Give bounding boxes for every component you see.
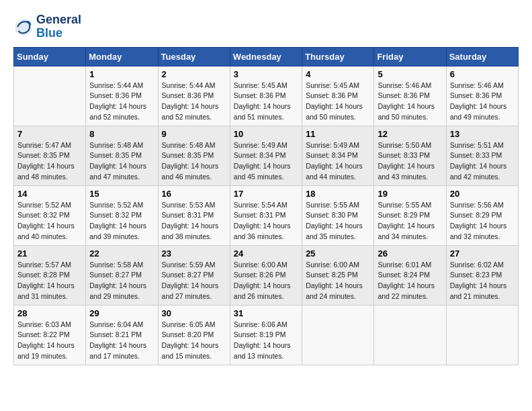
day-number: 28 <box>17 308 82 318</box>
weekday-header-monday: Monday <box>86 47 158 66</box>
day-number: 12 <box>378 129 442 139</box>
day-number: 17 <box>234 189 298 199</box>
day-number: 15 <box>89 189 154 199</box>
calendar-week-4: 21Sunrise: 5:57 AM Sunset: 8:28 PM Dayli… <box>14 245 519 305</box>
day-info: Sunrise: 5:52 AM Sunset: 8:32 PM Dayligh… <box>89 200 154 242</box>
day-number: 18 <box>306 189 370 199</box>
day-info: Sunrise: 6:04 AM Sunset: 8:21 PM Dayligh… <box>89 320 154 362</box>
calendar-cell: 30Sunrise: 6:05 AM Sunset: 8:20 PM Dayli… <box>158 305 230 365</box>
calendar-cell: 21Sunrise: 5:57 AM Sunset: 8:28 PM Dayli… <box>14 245 86 305</box>
weekday-header-friday: Friday <box>374 47 446 66</box>
calendar-cell: 6Sunrise: 5:46 AM Sunset: 8:36 PM Daylig… <box>446 66 518 126</box>
calendar-cell: 10Sunrise: 5:49 AM Sunset: 8:34 PM Dayli… <box>230 126 302 185</box>
day-info: Sunrise: 6:06 AM Sunset: 8:19 PM Dayligh… <box>234 320 298 362</box>
weekday-header-thursday: Thursday <box>302 47 374 66</box>
calendar-week-1: 1Sunrise: 5:44 AM Sunset: 8:36 PM Daylig… <box>14 66 519 126</box>
calendar-cell: 3Sunrise: 5:45 AM Sunset: 8:36 PM Daylig… <box>230 66 302 126</box>
calendar-cell: 31Sunrise: 6:06 AM Sunset: 8:19 PM Dayli… <box>230 305 302 365</box>
day-number: 25 <box>306 248 370 259</box>
calendar-cell: 24Sunrise: 6:00 AM Sunset: 8:26 PM Dayli… <box>230 245 302 305</box>
day-info: Sunrise: 5:46 AM Sunset: 8:36 PM Dayligh… <box>450 81 515 123</box>
day-number: 20 <box>450 189 515 199</box>
calendar-cell: 9Sunrise: 5:48 AM Sunset: 8:35 PM Daylig… <box>158 126 230 185</box>
calendar-cell <box>302 305 374 365</box>
calendar-cell: 2Sunrise: 5:44 AM Sunset: 8:36 PM Daylig… <box>158 66 230 126</box>
day-number: 26 <box>378 248 442 259</box>
logo-text: General Blue <box>36 13 81 40</box>
day-number: 21 <box>17 248 82 259</box>
day-number: 3 <box>234 69 298 79</box>
calendar-cell: 7Sunrise: 5:47 AM Sunset: 8:35 PM Daylig… <box>14 126 86 185</box>
day-number: 24 <box>234 248 298 259</box>
calendar-cell: 5Sunrise: 5:46 AM Sunset: 8:36 PM Daylig… <box>374 66 446 126</box>
calendar-cell <box>14 66 86 126</box>
calendar-cell: 27Sunrise: 6:02 AM Sunset: 8:23 PM Dayli… <box>446 245 518 305</box>
day-info: Sunrise: 5:59 AM Sunset: 8:27 PM Dayligh… <box>162 260 226 302</box>
calendar-cell: 26Sunrise: 6:01 AM Sunset: 8:24 PM Dayli… <box>374 245 446 305</box>
calendar-cell: 15Sunrise: 5:52 AM Sunset: 8:32 PM Dayli… <box>86 185 158 245</box>
calendar-week-3: 14Sunrise: 5:52 AM Sunset: 8:32 PM Dayli… <box>14 185 519 245</box>
day-info: Sunrise: 5:54 AM Sunset: 8:31 PM Dayligh… <box>234 200 298 242</box>
day-number: 27 <box>450 248 515 259</box>
day-number: 22 <box>89 248 154 259</box>
calendar-cell: 23Sunrise: 5:59 AM Sunset: 8:27 PM Dayli… <box>158 245 230 305</box>
day-number: 10 <box>234 129 298 139</box>
day-number: 19 <box>378 189 442 199</box>
calendar-cell: 22Sunrise: 5:58 AM Sunset: 8:27 PM Dayli… <box>86 245 158 305</box>
weekday-header-row: SundayMondayTuesdayWednesdayThursdayFrid… <box>14 47 519 66</box>
day-number: 6 <box>450 69 515 79</box>
day-info: Sunrise: 6:05 AM Sunset: 8:20 PM Dayligh… <box>162 320 226 362</box>
day-number: 5 <box>378 69 442 79</box>
calendar-cell: 20Sunrise: 5:56 AM Sunset: 8:29 PM Dayli… <box>446 185 518 245</box>
calendar-cell: 4Sunrise: 5:45 AM Sunset: 8:36 PM Daylig… <box>302 66 374 126</box>
day-number: 4 <box>306 69 370 79</box>
calendar-cell: 11Sunrise: 5:49 AM Sunset: 8:34 PM Dayli… <box>302 126 374 185</box>
logo-icon <box>13 17 34 37</box>
day-number: 31 <box>234 308 298 318</box>
day-info: Sunrise: 5:55 AM Sunset: 8:30 PM Dayligh… <box>306 200 370 242</box>
day-number: 1 <box>89 69 154 79</box>
day-info: Sunrise: 5:47 AM Sunset: 8:35 PM Dayligh… <box>17 140 82 183</box>
day-info: Sunrise: 5:50 AM Sunset: 8:33 PM Dayligh… <box>378 140 442 183</box>
day-info: Sunrise: 6:01 AM Sunset: 8:24 PM Dayligh… <box>378 260 442 302</box>
calendar-cell: 14Sunrise: 5:52 AM Sunset: 8:32 PM Dayli… <box>14 185 86 245</box>
day-number: 7 <box>17 129 82 139</box>
day-number: 11 <box>306 129 370 139</box>
day-info: Sunrise: 5:48 AM Sunset: 8:35 PM Dayligh… <box>89 140 154 183</box>
logo: General Blue <box>13 13 81 40</box>
day-info: Sunrise: 5:45 AM Sunset: 8:36 PM Dayligh… <box>234 81 298 123</box>
day-info: Sunrise: 5:48 AM Sunset: 8:35 PM Dayligh… <box>162 140 226 183</box>
calendar-week-5: 28Sunrise: 6:03 AM Sunset: 8:22 PM Dayli… <box>14 305 519 365</box>
calendar-cell: 12Sunrise: 5:50 AM Sunset: 8:33 PM Dayli… <box>374 126 446 185</box>
calendar-cell: 17Sunrise: 5:54 AM Sunset: 8:31 PM Dayli… <box>230 185 302 245</box>
calendar-cell: 18Sunrise: 5:55 AM Sunset: 8:30 PM Dayli… <box>302 185 374 245</box>
weekday-header-saturday: Saturday <box>446 47 518 66</box>
weekday-header-tuesday: Tuesday <box>158 47 230 66</box>
day-number: 30 <box>162 308 226 318</box>
day-info: Sunrise: 6:00 AM Sunset: 8:26 PM Dayligh… <box>234 260 298 302</box>
calendar-week-2: 7Sunrise: 5:47 AM Sunset: 8:35 PM Daylig… <box>14 126 519 185</box>
day-info: Sunrise: 6:00 AM Sunset: 8:25 PM Dayligh… <box>306 260 370 302</box>
day-number: 16 <box>162 189 226 199</box>
day-info: Sunrise: 5:44 AM Sunset: 8:36 PM Dayligh… <box>89 81 154 123</box>
day-info: Sunrise: 5:46 AM Sunset: 8:36 PM Dayligh… <box>378 81 442 123</box>
day-info: Sunrise: 5:49 AM Sunset: 8:34 PM Dayligh… <box>234 140 298 183</box>
day-info: Sunrise: 5:58 AM Sunset: 8:27 PM Dayligh… <box>89 260 154 302</box>
day-number: 2 <box>162 69 226 79</box>
calendar-cell: 25Sunrise: 6:00 AM Sunset: 8:25 PM Dayli… <box>302 245 374 305</box>
day-info: Sunrise: 5:53 AM Sunset: 8:31 PM Dayligh… <box>162 200 226 242</box>
page-header: General Blue <box>13 13 519 40</box>
day-info: Sunrise: 5:56 AM Sunset: 8:29 PM Dayligh… <box>450 200 515 242</box>
calendar-cell: 13Sunrise: 5:51 AM Sunset: 8:33 PM Dayli… <box>446 126 518 185</box>
day-number: 13 <box>450 129 515 139</box>
calendar-cell: 16Sunrise: 5:53 AM Sunset: 8:31 PM Dayli… <box>158 185 230 245</box>
day-info: Sunrise: 6:02 AM Sunset: 8:23 PM Dayligh… <box>450 260 515 302</box>
calendar-cell: 8Sunrise: 5:48 AM Sunset: 8:35 PM Daylig… <box>86 126 158 185</box>
calendar-table: SundayMondayTuesdayWednesdayThursdayFrid… <box>13 47 519 365</box>
calendar-cell <box>446 305 518 365</box>
day-info: Sunrise: 5:52 AM Sunset: 8:32 PM Dayligh… <box>17 200 82 242</box>
calendar-cell: 29Sunrise: 6:04 AM Sunset: 8:21 PM Dayli… <box>86 305 158 365</box>
day-info: Sunrise: 5:49 AM Sunset: 8:34 PM Dayligh… <box>306 140 370 183</box>
day-info: Sunrise: 5:57 AM Sunset: 8:28 PM Dayligh… <box>17 260 82 302</box>
day-info: Sunrise: 5:51 AM Sunset: 8:33 PM Dayligh… <box>450 140 515 183</box>
